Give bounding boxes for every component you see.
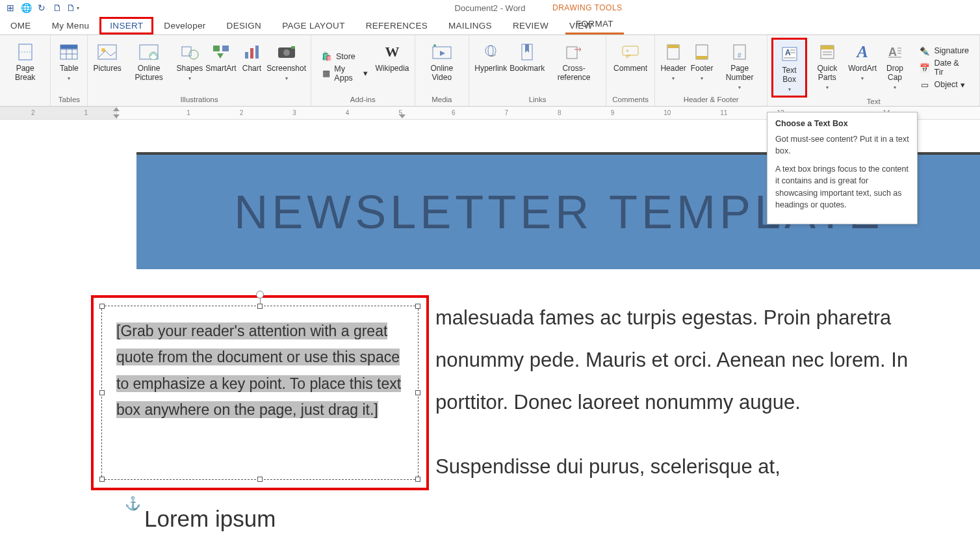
- store-button[interactable]: 🛍️Store: [319, 50, 370, 63]
- chart-button[interactable]: Chart: [237, 38, 266, 96]
- wikipedia-button[interactable]: W Wikipedia: [374, 38, 411, 96]
- header-icon: [663, 42, 684, 62]
- table-button[interactable]: Table▾: [55, 38, 83, 96]
- svg-rect-19: [255, 46, 259, 59]
- resize-handle-tr[interactable]: [415, 304, 420, 309]
- comment-icon: ✦: [620, 42, 641, 62]
- resize-handle-bl[interactable]: [99, 477, 105, 482]
- tab-developer[interactable]: Developer: [153, 17, 216, 34]
- lorem-heading[interactable]: Lorem ipsum: [144, 506, 276, 532]
- tab-format[interactable]: FORMAT: [565, 15, 624, 34]
- svg-point-13: [189, 50, 198, 59]
- body-text[interactable]: malesuada fames ac turpis egestas. Proin…: [435, 297, 929, 510]
- svg-text:#: #: [738, 52, 741, 59]
- page-break-button[interactable]: Page Break: [4, 38, 46, 96]
- svg-rect-18: [250, 48, 253, 59]
- text-box-button[interactable]: A Text Box▾: [771, 38, 807, 98]
- text-box-object[interactable]: [Grab your reader's attention with a gre…: [101, 306, 419, 480]
- object-button[interactable]: ▭Object ▾: [917, 78, 972, 91]
- date-time-button[interactable]: 📅Date & Tir: [917, 57, 972, 78]
- online-pictures-button[interactable]: Online Pictures: [123, 38, 175, 96]
- signature-button[interactable]: ✒️Signature: [917, 44, 972, 57]
- svg-marker-24: [440, 51, 445, 56]
- group-label-comments: Comments: [612, 96, 649, 106]
- app-icon[interactable]: ⊞: [5, 2, 16, 14]
- text-box-icon: A: [779, 44, 800, 64]
- drop-cap-button[interactable]: A Drop Cap▾: [877, 38, 912, 98]
- tooltip-line-2: A text box brings focus to the content i…: [775, 163, 909, 211]
- shapes-button[interactable]: Shapes▾: [175, 38, 204, 96]
- quick-parts-button[interactable]: Quick Parts▾: [807, 38, 847, 98]
- svg-rect-8: [98, 45, 116, 59]
- page-number-icon: #: [729, 42, 750, 62]
- svg-point-21: [283, 49, 290, 56]
- quick-parts-icon: [817, 42, 838, 62]
- resize-handle-ml[interactable]: [99, 390, 105, 395]
- tab-references[interactable]: REFERENCES: [355, 17, 438, 34]
- tab-my-menu[interactable]: My Menu: [42, 17, 100, 34]
- chart-icon: [241, 42, 262, 62]
- svg-rect-15: [222, 46, 229, 51]
- cross-reference-button[interactable]: Cross-reference: [546, 38, 602, 96]
- svg-rect-12: [182, 47, 191, 56]
- group-addins: 🛍️Store ▦My Apps ▾ W Wikipedia Add-ins: [311, 35, 415, 106]
- resize-handle-bm[interactable]: [257, 477, 263, 482]
- wordart-icon: A: [852, 42, 873, 62]
- header-button[interactable]: Header▾: [659, 38, 688, 96]
- online-video-button[interactable]: Online Video: [419, 38, 465, 96]
- tab-mailings[interactable]: MAILINGS: [438, 17, 502, 34]
- resize-handle-tl[interactable]: [99, 304, 105, 309]
- group-label-media: Media: [432, 96, 452, 106]
- textbox-highlight-frame: [Grab your reader's attention with a gre…: [91, 295, 429, 490]
- screenshot-button[interactable]: Screenshot▾: [266, 38, 307, 96]
- svg-rect-14: [213, 46, 220, 51]
- bookmark-button[interactable]: Bookmark: [508, 38, 546, 96]
- doc2-icon[interactable]: 🗋▾: [67, 2, 79, 14]
- quick-access-toolbar: ⊞ 🌐 ↻ 🗋 🗋▾ Document2 - Word DRAWING TOOL…: [0, 0, 980, 16]
- group-tables: Table▾ Tables: [51, 35, 88, 106]
- hyperlink-icon: [480, 42, 501, 62]
- resize-handle-tm[interactable]: [257, 304, 263, 309]
- video-icon: [432, 42, 452, 62]
- hyperlink-button[interactable]: Hyperlink: [473, 38, 508, 96]
- tab-page-layout[interactable]: PAGE LAYOUT: [272, 17, 355, 34]
- smartart-icon: [211, 42, 231, 62]
- ribbon-tabs: OME My Menu INSERT Developer DESIGN PAGE…: [0, 16, 980, 35]
- svg-text:A: A: [888, 46, 897, 59]
- tab-design[interactable]: DESIGN: [216, 17, 272, 34]
- doc-icon[interactable]: 🗋: [51, 2, 63, 14]
- smartart-button[interactable]: SmartArt: [204, 38, 237, 96]
- shapes-icon: [179, 42, 200, 62]
- text-box-tooltip: Choose a Text Box Got must-see content? …: [767, 112, 918, 224]
- svg-marker-29: [525, 44, 529, 53]
- rotate-handle[interactable]: [256, 291, 264, 298]
- resize-handle-br[interactable]: [415, 477, 420, 482]
- drop-cap-icon: A: [884, 42, 905, 62]
- tooltip-title: Choose a Text Box: [775, 119, 909, 128]
- text-box-content[interactable]: [Grab your reader's attention with a gre…: [102, 306, 418, 434]
- wordart-button[interactable]: A WordArt▾: [847, 38, 878, 98]
- contextual-tab-label: DRAWING TOOLS: [552, 3, 623, 12]
- body-paragraph-1: malesuada fames ac turpis egestas. Proin…: [435, 297, 929, 423]
- store-icon: 🛍️: [322, 51, 332, 62]
- my-apps-button[interactable]: ▦My Apps ▾: [319, 63, 370, 84]
- comment-button[interactable]: ✦ Comment: [610, 38, 651, 96]
- group-label-tables: Tables: [58, 96, 80, 106]
- svg-marker-16: [217, 53, 224, 59]
- anchor-icon[interactable]: ⚓: [125, 495, 141, 511]
- object-icon: ▭: [920, 79, 930, 90]
- redo-icon[interactable]: ↻: [36, 2, 47, 14]
- bookmark-icon: [517, 42, 537, 62]
- globe-icon[interactable]: 🌐: [20, 2, 32, 14]
- tab-insert[interactable]: INSERT: [99, 17, 153, 34]
- tab-home-partial[interactable]: OME: [0, 17, 42, 34]
- date-icon: 📅: [920, 62, 930, 73]
- page-number-button[interactable]: # Page Number▾: [716, 38, 763, 96]
- selected-text: [Grab your reader's attention with a gre…: [116, 323, 401, 418]
- resize-handle-mr[interactable]: [415, 390, 420, 395]
- footer-button[interactable]: Footer▾: [688, 38, 716, 96]
- tab-review[interactable]: REVIEW: [502, 17, 559, 34]
- footer-icon: [691, 42, 712, 62]
- pictures-button[interactable]: Pictures: [92, 38, 123, 96]
- page-break-icon: [15, 42, 36, 62]
